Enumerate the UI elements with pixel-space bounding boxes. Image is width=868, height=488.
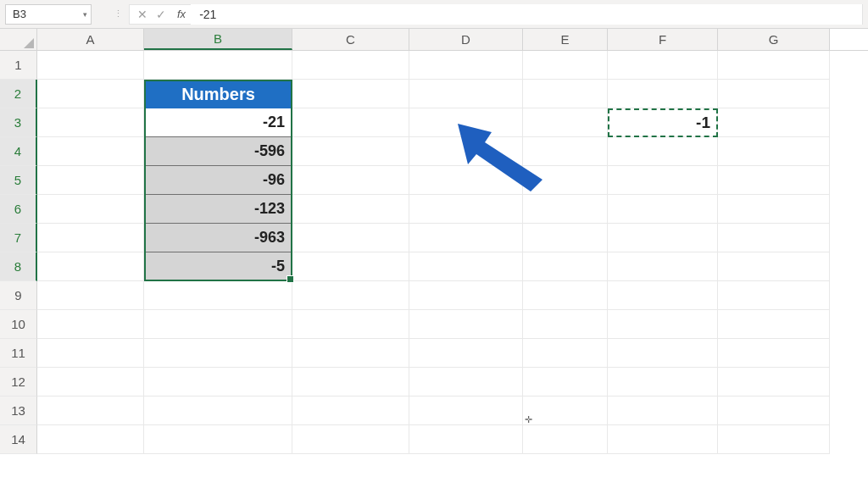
cell[interactable] bbox=[608, 310, 718, 339]
cell[interactable] bbox=[523, 281, 608, 310]
cell-C6[interactable] bbox=[292, 195, 409, 224]
cell-A7[interactable] bbox=[37, 224, 144, 252]
cell-B4[interactable]: -596 bbox=[144, 137, 292, 166]
name-box[interactable]: B3 ▾ bbox=[5, 4, 92, 25]
row-header[interactable]: 6 bbox=[0, 195, 37, 224]
cell-A4[interactable] bbox=[37, 137, 144, 166]
cell[interactable] bbox=[37, 368, 144, 396]
row-header[interactable]: 4 bbox=[0, 137, 37, 166]
cell[interactable] bbox=[608, 281, 718, 310]
cell-A3[interactable] bbox=[37, 108, 144, 137]
cell-F2[interactable] bbox=[608, 80, 718, 108]
name-box-dropdown-icon[interactable]: ▾ bbox=[83, 10, 87, 19]
cell[interactable] bbox=[292, 396, 409, 425]
cell-C4[interactable] bbox=[292, 137, 409, 166]
col-header-G[interactable]: G bbox=[718, 29, 830, 50]
cell[interactable] bbox=[37, 310, 144, 339]
cell[interactable] bbox=[608, 339, 718, 368]
cell-E7[interactable] bbox=[523, 224, 608, 252]
cell[interactable] bbox=[718, 368, 830, 396]
cell-C5[interactable] bbox=[292, 166, 409, 195]
cell-G7[interactable] bbox=[718, 224, 830, 252]
cell-E1[interactable] bbox=[523, 51, 608, 80]
col-header-B[interactable]: B bbox=[144, 29, 292, 50]
cell[interactable] bbox=[409, 425, 523, 454]
cell[interactable] bbox=[292, 368, 409, 396]
cell[interactable] bbox=[718, 281, 830, 310]
cell[interactable] bbox=[718, 425, 830, 454]
row-header[interactable]: 12 bbox=[0, 368, 37, 396]
cell-B6[interactable]: -123 bbox=[144, 195, 292, 224]
row-header[interactable]: 14 bbox=[0, 425, 37, 454]
row-header[interactable]: 3 bbox=[0, 108, 37, 137]
cell-D5[interactable] bbox=[409, 166, 523, 195]
row-header[interactable]: 13 bbox=[0, 396, 37, 425]
cell[interactable] bbox=[409, 396, 523, 425]
select-all-triangle[interactable] bbox=[0, 29, 37, 50]
cell-B1[interactable] bbox=[144, 51, 292, 80]
cell-E2[interactable] bbox=[523, 80, 608, 108]
cell-E6[interactable] bbox=[523, 195, 608, 224]
cell[interactable] bbox=[718, 339, 830, 368]
cell-B5[interactable]: -96 bbox=[144, 166, 292, 195]
cell[interactable] bbox=[144, 396, 292, 425]
cell-D4[interactable] bbox=[409, 137, 523, 166]
cell-B7[interactable]: -963 bbox=[144, 224, 292, 252]
cell[interactable] bbox=[523, 425, 608, 454]
cell[interactable] bbox=[608, 425, 718, 454]
cell-D3[interactable] bbox=[409, 108, 523, 137]
cell-C2[interactable] bbox=[292, 80, 409, 108]
cell-F3[interactable]: -1 bbox=[608, 108, 718, 137]
cell-A5[interactable] bbox=[37, 166, 144, 195]
cell-D8[interactable] bbox=[409, 252, 523, 281]
row-header[interactable]: 2 bbox=[0, 80, 37, 108]
cell[interactable] bbox=[409, 281, 523, 310]
row-header[interactable]: 10 bbox=[0, 310, 37, 339]
row-header[interactable]: 9 bbox=[0, 281, 37, 310]
spreadsheet-grid[interactable]: A B C D E F G 1 2 Numbers bbox=[0, 29, 868, 488]
cell-D6[interactable] bbox=[409, 195, 523, 224]
cell[interactable] bbox=[523, 310, 608, 339]
cell-F1[interactable] bbox=[608, 51, 718, 80]
col-header-D[interactable]: D bbox=[409, 29, 523, 50]
cell[interactable] bbox=[292, 425, 409, 454]
cell-F4[interactable] bbox=[608, 137, 718, 166]
cell[interactable] bbox=[37, 396, 144, 425]
cell-E8[interactable] bbox=[523, 252, 608, 281]
cell-G4[interactable] bbox=[718, 137, 830, 166]
fx-icon[interactable]: fx bbox=[177, 8, 186, 20]
cell-A2[interactable] bbox=[37, 80, 144, 108]
cell-F5[interactable] bbox=[608, 166, 718, 195]
formula-input[interactable]: -21 bbox=[191, 4, 862, 25]
cell[interactable] bbox=[37, 339, 144, 368]
cell[interactable] bbox=[144, 281, 292, 310]
cell-E4[interactable] bbox=[523, 137, 608, 166]
cell-G6[interactable] bbox=[718, 195, 830, 224]
row-header[interactable]: 7 bbox=[0, 224, 37, 252]
cell-F6[interactable] bbox=[608, 195, 718, 224]
row-header[interactable]: 5 bbox=[0, 166, 37, 195]
cell[interactable] bbox=[718, 396, 830, 425]
cell-D7[interactable] bbox=[409, 224, 523, 252]
col-header-E[interactable]: E bbox=[523, 29, 608, 50]
cell-A6[interactable] bbox=[37, 195, 144, 224]
cell-E3[interactable] bbox=[523, 108, 608, 137]
cell[interactable] bbox=[409, 368, 523, 396]
cell-C8[interactable] bbox=[292, 252, 409, 281]
cell-B3[interactable]: -21 bbox=[144, 108, 292, 137]
cell[interactable] bbox=[37, 281, 144, 310]
cell[interactable] bbox=[718, 310, 830, 339]
col-header-F[interactable]: F bbox=[608, 29, 718, 50]
cell-C7[interactable] bbox=[292, 224, 409, 252]
row-header[interactable]: 1 bbox=[0, 51, 37, 80]
cancel-icon[interactable]: ✕ bbox=[135, 8, 150, 21]
cell[interactable] bbox=[292, 281, 409, 310]
cell-A8[interactable] bbox=[37, 252, 144, 281]
cell[interactable] bbox=[523, 396, 608, 425]
cell-A1[interactable] bbox=[37, 51, 144, 80]
cell[interactable] bbox=[292, 339, 409, 368]
cell[interactable] bbox=[523, 339, 608, 368]
enter-icon[interactable]: ✓ bbox=[153, 8, 169, 21]
cell[interactable] bbox=[37, 425, 144, 454]
cell-C3[interactable] bbox=[292, 108, 409, 137]
